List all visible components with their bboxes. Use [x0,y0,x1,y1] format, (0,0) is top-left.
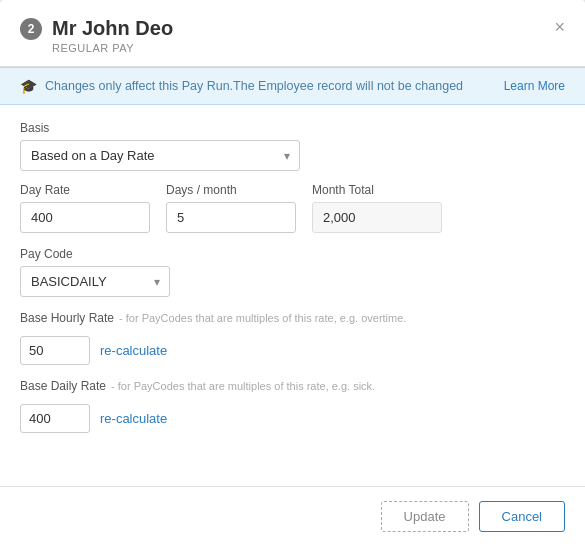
month-total-value: 2,000 [312,202,442,233]
close-button[interactable]: × [554,18,565,36]
header-left: 2 Mr John Deo REGULAR PAY [20,16,173,54]
learn-more-link[interactable]: Learn More [504,79,565,93]
base-hourly-note: - for PayCodes that are multiples of thi… [119,312,406,324]
banner-left: 🎓 Changes only affect this Pay Run.The E… [20,78,463,94]
pay-code-field: Pay Code BASICDAILY ▾ [20,247,565,297]
rate-fields-row: Day Rate Days / month Month Total 2,000 [20,183,565,233]
header-title: Mr John Deo [52,16,173,40]
month-total-label: Month Total [312,183,442,197]
base-daily-row: re-calculate [20,404,565,433]
base-hourly-label: Base Hourly Rate [20,311,114,325]
base-daily-label-row: Base Daily Rate - for PayCodes that are … [20,379,565,398]
base-hourly-input[interactable] [20,336,90,365]
header-info: Mr John Deo REGULAR PAY [52,16,173,54]
modal-header: 2 Mr John Deo REGULAR PAY × [0,0,585,67]
base-daily-note: - for PayCodes that are multiples of thi… [111,380,375,392]
base-hourly-row: re-calculate [20,336,565,365]
day-rate-label: Day Rate [20,183,150,197]
base-daily-section: Base Daily Rate - for PayCodes that are … [20,379,565,433]
cancel-button[interactable]: Cancel [479,501,565,532]
pay-code-select[interactable]: BASICDAILY [20,266,170,297]
banner-message: Changes only affect this Pay Run.The Emp… [45,79,463,93]
basis-select[interactable]: Based on a Day Rate [20,140,300,171]
days-month-label: Days / month [166,183,296,197]
header-subtitle: REGULAR PAY [52,42,173,54]
days-month-input[interactable] [166,202,296,233]
basis-field: Basis Based on a Day Rate ▾ [20,121,565,171]
base-daily-input[interactable] [20,404,90,433]
base-hourly-recalc-link[interactable]: re-calculate [100,343,167,358]
base-daily-recalc-link[interactable]: re-calculate [100,411,167,426]
modal-container: 2 Mr John Deo REGULAR PAY × 🎓 Changes on… [0,0,585,546]
modal-footer: Update Cancel [0,486,585,546]
pay-code-label: Pay Code [20,247,565,261]
days-month-group: Days / month [166,183,296,233]
base-hourly-section: Base Hourly Rate - for PayCodes that are… [20,311,565,365]
info-icon: 🎓 [20,78,37,94]
info-banner: 🎓 Changes only affect this Pay Run.The E… [0,67,585,105]
day-rate-group: Day Rate [20,183,150,233]
basis-select-wrapper: Based on a Day Rate ▾ [20,140,300,171]
month-total-group: Month Total 2,000 [312,183,442,233]
pay-code-select-wrapper: BASICDAILY ▾ [20,266,170,297]
day-rate-input[interactable] [20,202,150,233]
modal-body: Basis Based on a Day Rate ▾ Day Rate Day… [0,105,585,486]
base-daily-label: Base Daily Rate [20,379,106,393]
step-badge: 2 [20,18,42,40]
base-hourly-label-row: Base Hourly Rate - for PayCodes that are… [20,311,565,330]
basis-label: Basis [20,121,565,135]
update-button[interactable]: Update [381,501,469,532]
